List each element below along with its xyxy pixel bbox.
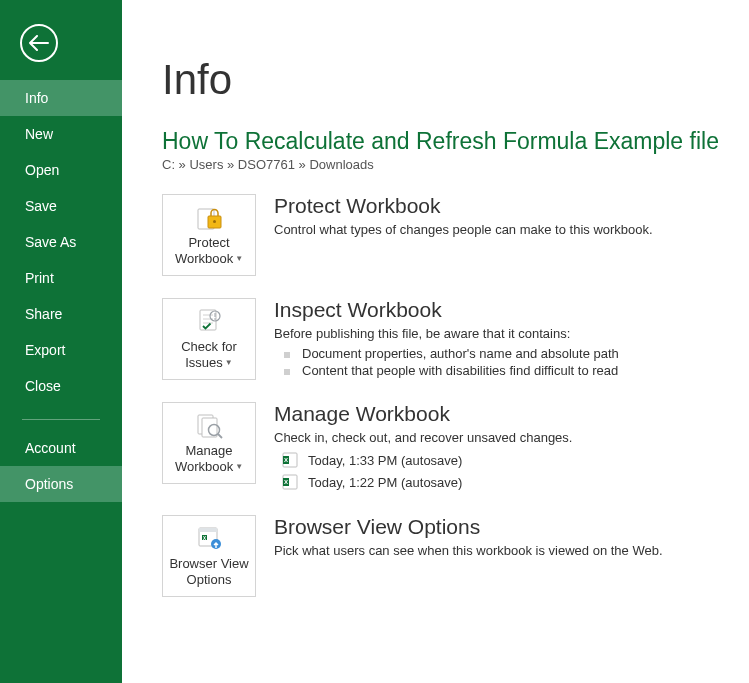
sidebar-main-items: InfoNewOpenSaveSave AsPrintShareExportCl… <box>0 80 122 404</box>
browser-view-options-button[interactable]: X Browser View Options <box>162 515 256 597</box>
issue-text: Content that people with disabilities fi… <box>302 363 618 378</box>
tile-label-line1: Check for <box>181 339 237 355</box>
protect-desc: Control what types of changes people can… <box>274 222 749 237</box>
backstage-content: Info How To Recalculate and Refresh Form… <box>122 0 749 683</box>
bullet-icon <box>284 369 290 375</box>
sidebar-item-print[interactable]: Print <box>0 260 122 296</box>
chevron-down-icon: ▼ <box>225 358 233 368</box>
manage-workbook-button[interactable]: Manage Workbook ▼ <box>162 402 256 484</box>
section-manage: Manage Workbook ▼ Manage Workbook Check … <box>162 402 749 493</box>
manage-title: Manage Workbook <box>274 402 749 426</box>
sidebar-item-account[interactable]: Account <box>0 430 122 466</box>
version-text: Today, 1:33 PM (autosave) <box>308 453 462 468</box>
sidebar-item-share[interactable]: Share <box>0 296 122 332</box>
tile-label-line2: Options <box>187 572 232 588</box>
svg-rect-21 <box>199 528 217 532</box>
tile-label-line2: Workbook <box>175 251 233 267</box>
back-button[interactable] <box>20 24 58 62</box>
check-for-issues-button[interactable]: Check for Issues ▼ <box>162 298 256 380</box>
bullet-icon <box>284 352 290 358</box>
svg-line-13 <box>218 434 222 438</box>
inspect-title: Inspect Workbook <box>274 298 749 322</box>
protect-body: Protect Workbook Control what types of c… <box>274 194 749 276</box>
manage-version-list: XToday, 1:33 PM (autosave)XToday, 1:22 P… <box>274 449 749 493</box>
manage-icon <box>194 411 224 439</box>
browser-body: Browser View Options Pick what users can… <box>274 515 749 597</box>
lock-icon <box>194 203 224 231</box>
page-title: Info <box>162 56 749 104</box>
sidebar-item-saveas[interactable]: Save As <box>0 224 122 260</box>
svg-text:X: X <box>284 457 288 463</box>
inspect-body: Inspect Workbook Before publishing this … <box>274 298 749 380</box>
sidebar-divider <box>22 419 100 420</box>
tile-label-line2: Workbook <box>175 459 233 475</box>
svg-text:X: X <box>284 479 288 485</box>
svg-point-9 <box>214 319 216 321</box>
excel-file-icon: X <box>282 452 298 468</box>
sidebar-item-export[interactable]: Export <box>0 332 122 368</box>
version-item[interactable]: XToday, 1:33 PM (autosave) <box>274 449 749 471</box>
manage-desc: Check in, check out, and recover unsaved… <box>274 430 749 445</box>
protect-title: Protect Workbook <box>274 194 749 218</box>
manage-body: Manage Workbook Check in, check out, and… <box>274 402 749 493</box>
sidebar-item-info[interactable]: Info <box>0 80 122 116</box>
issue-item: Content that people with disabilities fi… <box>274 362 749 379</box>
sidebar-bottom-items: AccountOptions <box>0 430 122 502</box>
section-browser: X Browser View Options Browser View Opti… <box>162 515 749 597</box>
svg-text:X: X <box>203 536 206 541</box>
document-path: C: » Users » DSO7761 » Downloads <box>162 157 749 172</box>
backstage-sidebar: InfoNewOpenSaveSave AsPrintShareExportCl… <box>0 0 122 683</box>
protect-workbook-button[interactable]: Protect Workbook ▼ <box>162 194 256 276</box>
excel-file-icon: X <box>282 474 298 490</box>
issue-item: Document properties, author's name and a… <box>274 345 749 362</box>
issue-text: Document properties, author's name and a… <box>302 346 619 361</box>
arrow-left-icon <box>29 35 49 51</box>
chevron-down-icon: ▼ <box>235 462 243 472</box>
sidebar-item-new[interactable]: New <box>0 116 122 152</box>
browser-title: Browser View Options <box>274 515 749 539</box>
document-title: How To Recalculate and Refresh Formula E… <box>162 128 749 155</box>
section-inspect: Check for Issues ▼ Inspect Workbook Befo… <box>162 298 749 380</box>
tile-label-line1: Protect <box>188 235 229 251</box>
inspect-icon <box>194 307 224 335</box>
sidebar-item-close[interactable]: Close <box>0 368 122 404</box>
section-protect: Protect Workbook ▼ Protect Workbook Cont… <box>162 194 749 276</box>
inspect-issue-list: Document properties, author's name and a… <box>274 345 749 379</box>
sidebar-item-options[interactable]: Options <box>0 466 122 502</box>
sidebar-item-save[interactable]: Save <box>0 188 122 224</box>
browser-desc: Pick what users can see when this workbo… <box>274 543 749 558</box>
version-item[interactable]: XToday, 1:22 PM (autosave) <box>274 471 749 493</box>
browser-view-icon: X <box>194 524 224 552</box>
chevron-down-icon: ▼ <box>235 254 243 264</box>
tile-label-line1: Manage <box>186 443 233 459</box>
sidebar-item-open[interactable]: Open <box>0 152 122 188</box>
tile-label-line1: Browser View <box>169 556 248 572</box>
version-text: Today, 1:22 PM (autosave) <box>308 475 462 490</box>
svg-point-2 <box>213 220 216 223</box>
inspect-desc: Before publishing this file, be aware th… <box>274 326 749 341</box>
tile-label-line2: Issues <box>185 355 223 371</box>
